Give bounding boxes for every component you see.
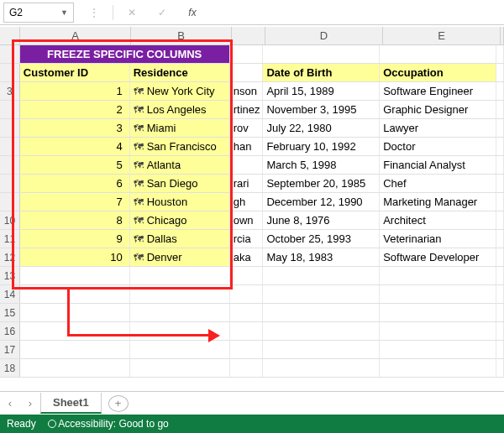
col-header-a[interactable]: A xyxy=(20,27,131,44)
cell[interactable] xyxy=(496,193,504,211)
cell[interactable] xyxy=(130,341,230,358)
cell[interactable] xyxy=(496,341,504,358)
cell-name-fragment[interactable]: rov xyxy=(230,119,264,137)
cell-residence[interactable]: 🗺Chicago xyxy=(130,211,230,229)
cell[interactable] xyxy=(380,322,496,340)
cell-dob[interactable]: May 18, 1983 xyxy=(263,248,380,266)
new-sheet-button[interactable]: + xyxy=(108,395,129,412)
cell[interactable] xyxy=(263,304,380,321)
cell-residence[interactable]: 🗺Los Angeles xyxy=(130,101,230,118)
dots-icon[interactable]: ⋮ xyxy=(82,3,106,23)
cell[interactable] xyxy=(496,359,504,377)
accessibility-status[interactable]: Accessibility: Good to go xyxy=(48,418,169,430)
cell-dob[interactable]: July 22, 1980 xyxy=(263,119,380,137)
cell-name-fragment[interactable]: gh xyxy=(230,193,264,211)
cell[interactable] xyxy=(130,267,230,284)
row-header[interactable]: 3 xyxy=(0,82,20,100)
select-all-corner[interactable] xyxy=(0,27,20,44)
cell-name-fragment[interactable]: rari xyxy=(230,175,264,192)
title-cell[interactable]: FREEZE SPECIFIC COLUMNS xyxy=(20,45,230,63)
cell[interactable] xyxy=(263,267,380,284)
cell[interactable] xyxy=(230,341,264,358)
cell-dob[interactable]: October 25, 1993 xyxy=(263,230,380,248)
row-header[interactable]: 14 xyxy=(0,285,20,303)
row-header[interactable]: 11 xyxy=(0,230,20,248)
name-box[interactable]: G2 ▼ xyxy=(3,3,74,23)
cell[interactable] xyxy=(380,285,496,303)
cell-customer-id[interactable]: 9 xyxy=(20,230,130,248)
cell[interactable] xyxy=(380,341,496,358)
cell[interactable] xyxy=(230,45,264,63)
cell[interactable] xyxy=(496,138,504,155)
cell[interactable] xyxy=(496,322,504,340)
cell[interactable] xyxy=(496,156,504,174)
cell-customer-id[interactable]: 1 xyxy=(20,82,130,100)
cell[interactable] xyxy=(496,175,504,192)
cell-name-fragment[interactable]: rtinez xyxy=(230,101,264,118)
cell[interactable] xyxy=(263,322,380,340)
row-header[interactable] xyxy=(0,119,20,137)
cell-dob[interactable]: September 20, 1985 xyxy=(263,175,380,192)
cell-residence[interactable]: 🗺Miami xyxy=(130,119,230,137)
cell[interactable] xyxy=(380,359,496,377)
row-header[interactable] xyxy=(0,193,20,211)
cell[interactable] xyxy=(263,45,380,63)
row-header[interactable] xyxy=(0,156,20,174)
cell-occupation[interactable]: Software Engineer xyxy=(380,82,496,100)
cell-customer-id[interactable]: 2 xyxy=(20,101,130,118)
cell[interactable] xyxy=(130,304,230,321)
cell-dob[interactable]: November 3, 1995 xyxy=(263,101,380,118)
cell-residence[interactable]: 🗺New York City xyxy=(130,82,230,100)
cell[interactable] xyxy=(130,359,230,377)
cell-residence[interactable]: 🗺Atlanta xyxy=(130,156,230,174)
sheet-tab[interactable]: Sheet1 xyxy=(40,393,102,414)
chevron-down-icon[interactable]: ▼ xyxy=(60,8,68,17)
cell-name-fragment[interactable]: han xyxy=(230,138,264,155)
cell[interactable] xyxy=(230,267,264,284)
cell-name-fragment[interactable]: own xyxy=(230,211,264,229)
header-dob[interactable]: Date of Birth xyxy=(263,64,380,81)
confirm-icon[interactable]: ✓ xyxy=(150,3,174,23)
cell-dob[interactable]: April 15, 1989 xyxy=(263,82,380,100)
row-header[interactable]: 16 xyxy=(0,322,20,340)
cell[interactable] xyxy=(20,322,130,340)
cell-occupation[interactable]: Doctor xyxy=(380,138,496,155)
cell[interactable] xyxy=(496,82,504,100)
row-header[interactable] xyxy=(0,101,20,118)
cell[interactable] xyxy=(380,45,496,63)
cell[interactable] xyxy=(496,304,504,321)
cell-occupation[interactable]: Financial Analyst xyxy=(380,156,496,174)
row-header[interactable]: 18 xyxy=(0,359,20,377)
cell[interactable] xyxy=(496,119,504,137)
cell-occupation[interactable]: Chef xyxy=(380,175,496,192)
cell-name-fragment[interactable] xyxy=(230,156,264,174)
cell[interactable] xyxy=(130,285,230,303)
cell[interactable] xyxy=(380,267,496,284)
cell-customer-id[interactable]: 6 xyxy=(20,175,130,192)
cell[interactable] xyxy=(496,267,504,284)
spreadsheet-grid[interactable]: FREEZE SPECIFIC COLUMNS Customer ID Resi… xyxy=(0,45,504,378)
cell-occupation[interactable]: Lawyer xyxy=(380,119,496,137)
cell-residence[interactable]: 🗺Houston xyxy=(130,193,230,211)
cell[interactable] xyxy=(230,64,264,81)
cell-customer-id[interactable]: 3 xyxy=(20,119,130,137)
cell[interactable] xyxy=(263,285,380,303)
cell[interactable] xyxy=(20,359,130,377)
row-header[interactable]: 15 xyxy=(0,304,20,321)
cell-dob[interactable]: February 10, 1992 xyxy=(263,138,380,155)
cancel-icon[interactable]: ✕ xyxy=(120,3,144,23)
cell-residence[interactable]: 🗺San Francisco xyxy=(130,138,230,155)
row-header[interactable] xyxy=(0,45,20,63)
cell-customer-id[interactable]: 10 xyxy=(20,248,130,266)
cell[interactable] xyxy=(20,267,130,284)
cell[interactable] xyxy=(496,211,504,229)
cell-customer-id[interactable]: 8 xyxy=(20,211,130,229)
cell[interactable] xyxy=(496,101,504,118)
col-header-f[interactable] xyxy=(501,27,504,44)
cell[interactable] xyxy=(230,304,264,321)
col-header-b[interactable]: B xyxy=(131,27,232,44)
cell-occupation[interactable]: Software Developer xyxy=(380,248,496,266)
cell-occupation[interactable]: Graphic Designer xyxy=(380,101,496,118)
cell[interactable] xyxy=(380,304,496,321)
cell-customer-id[interactable]: 5 xyxy=(20,156,130,174)
